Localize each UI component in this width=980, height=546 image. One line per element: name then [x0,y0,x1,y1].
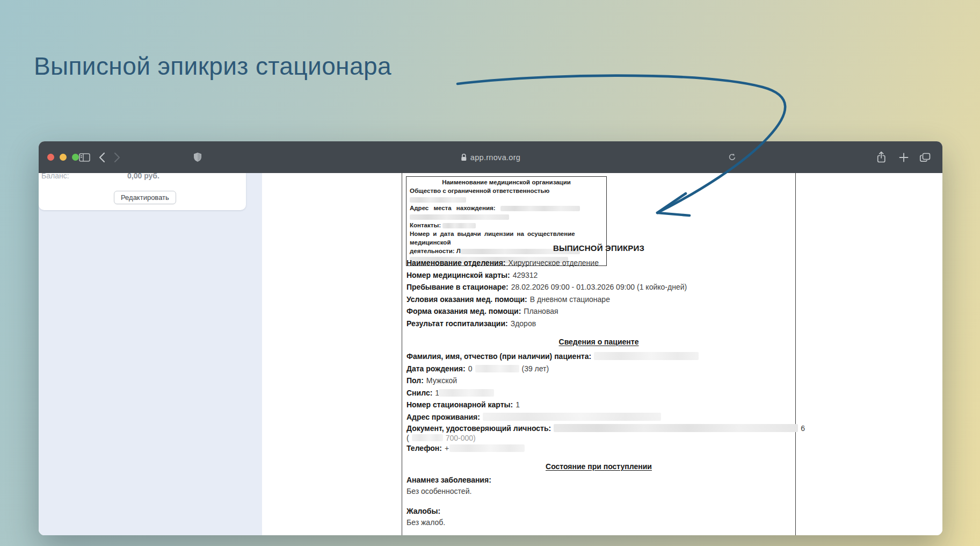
field-dob: Дата рождения:0(39 лет) [406,364,549,373]
redacted-dob [475,365,519,372]
org-address-line: Адрес места нахождения: [410,204,603,212]
url-text: app.rnova.org [470,153,520,162]
screenshot-canvas: Выписной эпикриз стационара [0,0,980,546]
sidebar-panel: Баланс: 0,00 руб. Редактировать [39,173,262,535]
back-icon[interactable] [99,152,105,163]
tabs-overview-icon[interactable] [919,153,931,162]
browser-toolbar: app.rnova.org [39,141,942,173]
redacted-snils [439,389,494,397]
complaints-value: Без жалоб. [406,518,445,527]
annotation-title: Выписной эпикриз стационара [34,52,391,81]
redacted-contacts [442,223,476,228]
redacted-address-2 [410,214,509,220]
complaints-label: Жалобы: [406,506,440,515]
shield-icon[interactable] [193,152,202,162]
discharge-document: Наименование медицинской организации Общ… [402,173,796,535]
browser-window: app.rnova.org Баланс: 0,00 руб. Редактир… [39,141,942,535]
url-bar[interactable]: app.rnova.org [461,141,520,173]
share-icon[interactable] [876,151,887,163]
edit-button[interactable]: Редактировать [114,191,176,204]
field-care-form: Форма оказания мед. помощи:Плановая [406,306,558,315]
reload-icon[interactable] [728,153,737,162]
admission-section-title: Состояние при поступлении [402,462,795,471]
balance-value: 0,00 руб. [127,173,159,180]
traffic-light-zoom[interactable] [72,154,79,161]
balance-card: Баланс: 0,00 руб. Редактировать [39,173,246,210]
org-contacts-line: Контакты: [410,221,603,229]
anamnesis-label: Анамнез заболевания: [406,475,491,484]
traffic-light-minimize[interactable] [60,154,67,161]
traffic-light-close[interactable] [47,154,54,161]
field-identity-doc: Документ, удостоверяющий личность:6 [406,423,805,433]
redacted-phone [449,444,525,452]
document-title: ВЫПИСНОЙ ЭПИКРИЗ [402,243,795,253]
field-stay-period: Пребывание в стационаре:28.02.2026 09:00… [406,282,687,291]
redacted-address [500,206,580,211]
field-identity-doc-2: (700-000) [406,433,476,442]
field-sex: Пол:Мужской [406,376,457,385]
field-department: Наименование отделения:Хирургическое отд… [406,258,599,267]
redacted-org-name [410,197,466,203]
page-content: Баланс: 0,00 руб. Редактировать Наименов… [39,173,942,535]
field-med-card: Номер медицинской карты:429312 [406,270,538,279]
field-fio: Фамилия, имя, отчество (при наличии) пац… [406,351,699,361]
redacted-identity-doc-2 [412,434,443,441]
forward-icon[interactable] [114,152,120,163]
redacted-residence [483,413,661,421]
redacted-fio [594,352,699,360]
field-inpatient-card: Номер стационарной карты:1 [406,400,520,409]
balance-label: Баланс: [41,173,69,180]
redacted-identity-doc [554,424,798,432]
field-phone: Телефон:+ [406,443,525,452]
field-snils: Снилс:1 [406,388,494,397]
org-box-title: Наименование медицинской организации [410,178,603,186]
field-residence: Адрес проживания: [406,412,661,421]
anamnesis-value: Без особенностей. [406,486,471,495]
sidebar-toggle-icon[interactable] [79,153,90,162]
field-care-conditions: Условия оказания мед. помощи:В дневном с… [406,294,610,304]
field-result: Результат госпитализации:Здоров [406,319,536,328]
org-address-line2 [410,212,603,221]
org-type-line: Общество с ограниченной ответственностью [410,186,603,204]
new-tab-icon[interactable] [899,153,909,162]
lock-icon [461,153,467,161]
patient-section-title: Сведения о пациенте [402,337,795,346]
